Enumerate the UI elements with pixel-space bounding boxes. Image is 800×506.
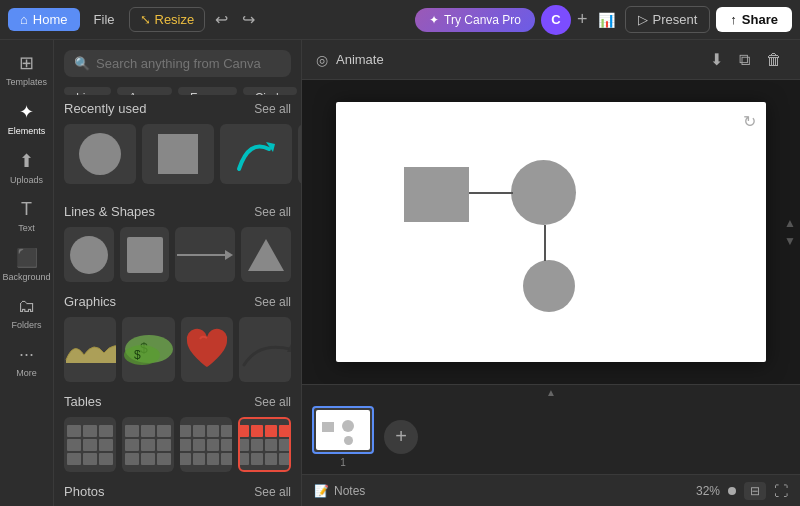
recent-square-item[interactable] <box>142 124 214 184</box>
sidebar-item-uploads[interactable]: ⬆ Uploads <box>4 144 50 191</box>
undo-button[interactable]: ↩ <box>211 6 232 33</box>
sidebar-item-text[interactable]: T Text <box>4 193 50 239</box>
share-button[interactable]: ↑ Share <box>716 7 792 32</box>
analytics-button[interactable]: 📊 <box>594 8 619 32</box>
folders-icon: 🗂 <box>18 296 36 317</box>
add-page-top-button[interactable]: + <box>577 9 588 30</box>
present-icon: ▷ <box>638 12 648 27</box>
graphic-heart[interactable] <box>181 317 233 382</box>
lines-shapes-section: Lines & Shapes See all <box>54 198 301 288</box>
table-item-4-highlighted[interactable] <box>238 417 291 472</box>
photos-section: Photos See all <box>54 478 301 506</box>
photos-see-all[interactable]: See all <box>254 485 291 499</box>
table-item-3[interactable] <box>180 417 232 472</box>
uploads-label: Uploads <box>10 175 43 185</box>
lines-shapes-see-all[interactable]: See all <box>254 205 291 219</box>
top-bar: ⌂ Home File ⤡ Resize ↩ ↪ ✦ Try Canva Pro… <box>0 0 800 40</box>
tables-title: Tables <box>64 394 102 409</box>
collapse-icon: ▲ <box>546 387 556 398</box>
table-item-1[interactable] <box>64 417 116 472</box>
lines-shapes-title: Lines & Shapes <box>64 204 155 219</box>
svg-marker-4 <box>225 250 233 260</box>
recent-arrow-item[interactable] <box>220 124 292 184</box>
templates-icon: ⊞ <box>19 52 34 74</box>
search-input-wrapper[interactable]: 🔍 <box>64 50 291 77</box>
collapse-bar-button[interactable]: ▲ <box>302 385 800 399</box>
sidebar-item-more[interactable]: ··· More <box>4 338 50 384</box>
fullscreen-button[interactable]: ⛶ <box>774 483 788 499</box>
thumb-circle-1 <box>342 420 354 432</box>
graphics-see-all[interactable]: See all <box>254 295 291 309</box>
avatar[interactable]: C <box>541 5 571 35</box>
svg-point-7 <box>124 345 160 365</box>
search-input[interactable] <box>96 56 281 71</box>
graphics-items: $ $ <box>64 317 291 382</box>
heart-svg <box>182 325 232 375</box>
recently-used-see-all[interactable]: See all <box>254 102 291 116</box>
bottom-bar-content: 1 + <box>302 399 800 474</box>
pill-arrow[interactable]: Arrow <box>117 87 172 95</box>
scroll-up-button[interactable]: ▲ <box>784 216 796 230</box>
present-button[interactable]: ▷ Present <box>625 6 711 33</box>
thumb-rect <box>322 422 334 432</box>
lines-line-item[interactable] <box>175 227 235 282</box>
canvas-rectangle[interactable] <box>404 167 469 222</box>
lines-circle-item[interactable] <box>64 227 114 282</box>
home-button[interactable]: ⌂ Home <box>8 8 80 31</box>
sidebar-item-background[interactable]: ⬛ Background <box>4 241 50 288</box>
file-button[interactable]: File <box>86 8 123 31</box>
scroll-down-button[interactable]: ▼ <box>784 234 796 248</box>
tables-see-all[interactable]: See all <box>254 395 291 409</box>
lines-triangle-item[interactable] <box>241 227 291 282</box>
animate-icon: ◎ <box>316 52 328 68</box>
canvas-circle-small[interactable] <box>523 260 575 312</box>
graphic-swoosh[interactable] <box>239 317 291 382</box>
animate-label[interactable]: Animate <box>336 52 384 67</box>
elements-panel: 🔍 Line Arrow Frame Circle Square › Recen… <box>54 40 302 506</box>
background-icon: ⬛ <box>16 247 38 269</box>
text-icon: T <box>21 199 32 220</box>
pill-frame[interactable]: Frame <box>178 87 237 95</box>
canvas-circle-large[interactable] <box>511 160 576 225</box>
recently-used-items <box>64 124 291 184</box>
more-label: More <box>16 368 37 378</box>
mini-table-3x3b <box>125 425 171 465</box>
delete-page-button[interactable]: 🗑 <box>762 47 786 73</box>
shape-pills: Line Arrow Frame Circle Square › <box>54 83 301 95</box>
arrow-line-svg <box>175 245 235 265</box>
pill-line[interactable]: Line <box>64 87 111 95</box>
graphic-torn-paper[interactable] <box>64 317 116 382</box>
canvas-refresh-button[interactable]: ↻ <box>743 112 756 131</box>
triangle-shape <box>248 239 284 271</box>
duplicate-page-button[interactable]: ⧉ <box>735 47 754 73</box>
table-item-2[interactable] <box>122 417 174 472</box>
pill-circle[interactable]: Circle <box>243 87 298 95</box>
main-area: ⊞ Templates ✦ Elements ⬆ Uploads T Text … <box>0 40 800 506</box>
recent-circle-item[interactable] <box>64 124 136 184</box>
sidebar-item-templates[interactable]: ⊞ Templates <box>4 46 50 93</box>
left-icon-bar: ⊞ Templates ✦ Elements ⬆ Uploads T Text … <box>0 40 54 506</box>
try-canva-button[interactable]: ✦ Try Canva Pro <box>415 8 535 32</box>
redo-button[interactable]: ↪ <box>238 6 259 33</box>
graphic-money[interactable]: $ $ <box>122 317 174 382</box>
bottom-thumbnail-bar: ▲ 1 + <box>302 384 800 474</box>
page-thumbnail-1[interactable] <box>312 406 374 454</box>
lines-square-item[interactable] <box>120 227 170 282</box>
sidebar-item-elements[interactable]: ✦ Elements <box>4 95 50 142</box>
mini-table-4x4 <box>180 425 232 465</box>
folders-label: Folders <box>11 320 41 330</box>
page-counter-button[interactable]: ⊟ <box>744 482 766 500</box>
mini-table-3x3 <box>67 425 113 465</box>
square-fill <box>127 237 163 273</box>
canvas-page[interactable]: ↻ <box>336 102 766 362</box>
money-svg: $ $ <box>122 327 174 372</box>
photos-title: Photos <box>64 484 104 499</box>
lines-shapes-header: Lines & Shapes See all <box>64 204 291 219</box>
resize-button[interactable]: ⤡ Resize <box>129 7 206 32</box>
thumb-circle-2 <box>344 436 353 445</box>
add-page-button[interactable]: + <box>384 420 418 454</box>
download-button[interactable]: ⬇ <box>706 46 727 73</box>
sidebar-item-folders[interactable]: 🗂 Folders <box>4 290 50 336</box>
notes-button[interactable]: 📝 Notes <box>314 484 365 498</box>
search-icon: 🔍 <box>74 56 90 71</box>
